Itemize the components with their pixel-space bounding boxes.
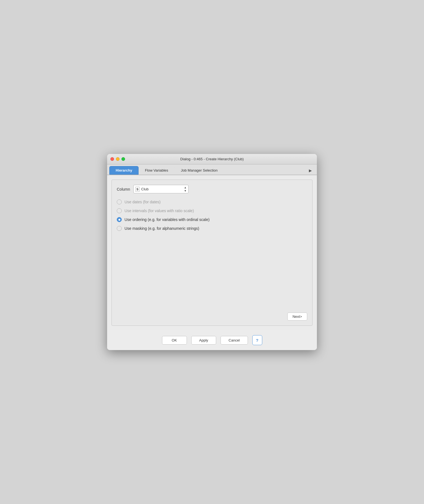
option-masking[interactable]: Use masking (e.g. for alphanumeric strin… [117, 226, 307, 231]
column-label: Column [117, 187, 130, 191]
option-intervals-label: Use intervals (for values with ratio sca… [124, 209, 194, 213]
titlebar: Dialog - 0:465 - Create Hierarchy (Club) [107, 154, 317, 164]
spinner-icon: ▲ ▼ [184, 186, 187, 192]
cancel-button[interactable]: Cancel [221, 336, 248, 345]
option-ordering[interactable]: Use ordering (e.g. for variables with or… [117, 217, 307, 222]
help-button[interactable]: ? [252, 335, 262, 345]
column-row: Column S Club ▲ ▼ [117, 185, 307, 193]
column-dropdown[interactable]: S Club ▲ ▼ [133, 185, 189, 193]
options-list: Use dates (for dates) Use intervals (for… [117, 199, 307, 231]
bottom-bar: OK Apply Cancel ? [107, 330, 317, 350]
minimize-button[interactable] [116, 157, 120, 161]
tab-scroll-right[interactable]: ▶ [306, 166, 315, 175]
column-type-badge: S [135, 187, 139, 192]
close-button[interactable] [110, 157, 114, 161]
window-title: Dialog - 0:465 - Create Hierarchy (Club) [180, 157, 244, 161]
option-dates[interactable]: Use dates (for dates) [117, 199, 307, 204]
radio-intervals[interactable] [117, 208, 122, 213]
ok-button[interactable]: OK [162, 336, 187, 345]
radio-dates[interactable] [117, 199, 122, 204]
main-panel: Column S Club ▲ ▼ Use dates (for dates) [112, 180, 312, 326]
radio-ordering-dot [118, 219, 120, 221]
tab-flow-variables[interactable]: Flow Variables [139, 166, 174, 175]
option-intervals[interactable]: Use intervals (for values with ratio sca… [117, 208, 307, 213]
option-masking-label: Use masking (e.g. for alphanumeric strin… [124, 226, 199, 231]
option-dates-label: Use dates (for dates) [124, 200, 161, 204]
option-ordering-label: Use ordering (e.g. for variables with or… [124, 217, 210, 222]
tabs-bar: Hierarchy Flow Variables Job Manager Sel… [107, 164, 317, 175]
next-button[interactable]: Next> [287, 313, 307, 321]
dialog-window: Dialog - 0:465 - Create Hierarchy (Club)… [107, 154, 317, 350]
tab-job-manager[interactable]: Job Manager Selection [174, 166, 224, 175]
traffic-lights [110, 157, 125, 161]
radio-masking[interactable] [117, 226, 122, 231]
column-value: Club [141, 187, 182, 191]
content-area: Column S Club ▲ ▼ Use dates (for dates) [107, 175, 317, 330]
apply-button[interactable]: Apply [191, 336, 216, 345]
tab-hierarchy[interactable]: Hierarchy [109, 166, 139, 175]
radio-ordering[interactable] [117, 217, 122, 222]
maximize-button[interactable] [121, 157, 125, 161]
